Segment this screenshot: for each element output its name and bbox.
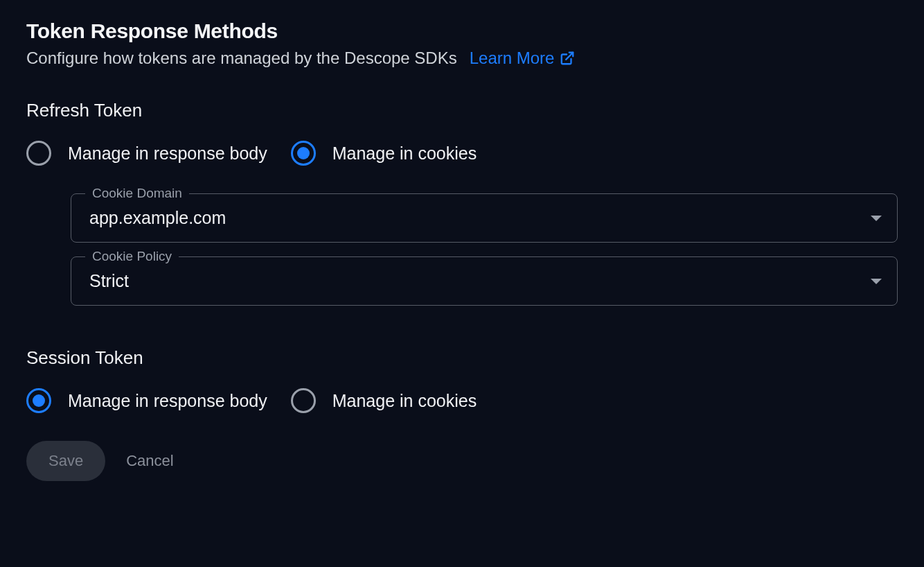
actions-row: Save Cancel — [26, 441, 898, 481]
radio-icon — [26, 388, 51, 413]
svg-line-0 — [567, 53, 574, 60]
cookie-policy-label: Cookie Policy — [85, 249, 179, 264]
session-token-heading: Session Token — [26, 347, 898, 369]
cookie-domain-value: app.example.com — [89, 208, 226, 228]
learn-more-label: Learn More — [470, 49, 555, 68]
cookie-policy-value: Strict — [89, 271, 129, 291]
session-token-section: Session Token Manage in response body Ma… — [26, 347, 898, 413]
cookie-domain-label: Cookie Domain — [85, 186, 189, 201]
radio-icon — [291, 141, 316, 166]
cancel-button[interactable]: Cancel — [126, 452, 173, 470]
refresh-token-section: Refresh Token Manage in response body Ma… — [26, 100, 898, 306]
cookie-policy-select[interactable]: Cookie Policy Strict — [71, 256, 898, 306]
radio-label: Manage in cookies — [332, 143, 477, 164]
cookie-domain-select[interactable]: Cookie Domain app.example.com — [71, 193, 898, 243]
radio-label: Manage in cookies — [332, 391, 477, 411]
refresh-token-heading: Refresh Token — [26, 100, 898, 121]
page-subtitle: Configure how tokens are managed by the … — [26, 49, 457, 68]
radio-label: Manage in response body — [68, 143, 267, 164]
save-button[interactable]: Save — [26, 441, 105, 481]
page-subtitle-row: Configure how tokens are managed by the … — [26, 49, 898, 68]
radio-icon — [26, 141, 51, 166]
page-title: Token Response Methods — [26, 19, 898, 43]
refresh-radio-body[interactable]: Manage in response body — [26, 141, 267, 166]
session-radio-body[interactable]: Manage in response body — [26, 388, 267, 413]
refresh-token-radio-group: Manage in response body Manage in cookie… — [26, 141, 898, 166]
cookie-fields: Cookie Domain app.example.com Cookie Pol… — [71, 193, 898, 306]
radio-label: Manage in response body — [68, 391, 267, 411]
session-radio-cookies[interactable]: Manage in cookies — [291, 388, 477, 413]
chevron-down-icon — [871, 216, 882, 221]
chevron-down-icon — [871, 279, 882, 284]
radio-icon — [291, 388, 316, 413]
external-link-icon — [560, 51, 575, 66]
refresh-radio-cookies[interactable]: Manage in cookies — [291, 141, 477, 166]
learn-more-link[interactable]: Learn More — [470, 49, 576, 68]
session-token-radio-group: Manage in response body Manage in cookie… — [26, 388, 898, 413]
